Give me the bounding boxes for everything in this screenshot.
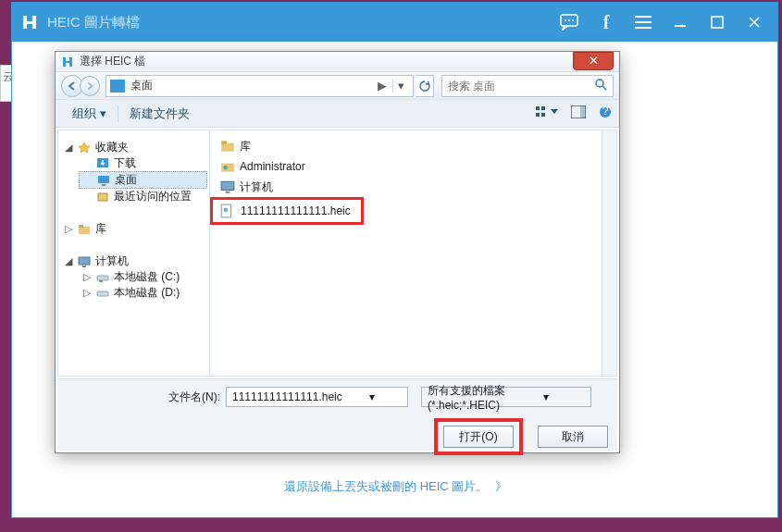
chevron-down-icon: ▾ xyxy=(100,106,106,120)
dialog-app-icon xyxy=(61,56,74,68)
app-logo-icon xyxy=(19,12,40,32)
desktop-icon xyxy=(96,173,111,188)
svg-rect-23 xyxy=(99,280,103,282)
restore-link[interactable]: 還原設備上丟失或被刪的 HEIC 圖片。 》 xyxy=(12,478,777,495)
tree-label: 下载 xyxy=(114,155,136,171)
app-titlebar: HEIC 圖片轉檔 f xyxy=(12,3,777,42)
open-button[interactable]: 打开(O) xyxy=(443,426,514,448)
breadcrumb[interactable]: 桌面 ▶ ▾ xyxy=(106,75,414,97)
feedback-icon[interactable] xyxy=(559,12,579,32)
collapse-icon: ◢ xyxy=(64,255,73,267)
svg-rect-30 xyxy=(226,192,230,193)
svg-rect-20 xyxy=(79,257,90,265)
tree-label: 最近访问的位置 xyxy=(114,189,192,204)
svg-rect-11 xyxy=(580,105,586,118)
search-input[interactable] xyxy=(448,80,594,93)
search-box[interactable] xyxy=(441,75,614,97)
folder-tree: ◢ 收藏夹 ▸下载 ▸桌面 ▸最近访问的位置 ▷库 ◢计算机 xyxy=(58,130,210,376)
tree-label: 收藏夹 xyxy=(95,140,129,155)
tree-desktop[interactable]: ▸桌面 xyxy=(79,171,207,189)
dialog-close-button[interactable]: ✕ xyxy=(573,52,614,70)
svg-text:?: ? xyxy=(602,105,608,118)
breadcrumb-dropdown[interactable]: ▾ xyxy=(392,79,409,93)
app-actions: f xyxy=(559,12,764,32)
selected-file-highlight: 11111111111111.heic xyxy=(210,197,364,225)
tree-label: 库 xyxy=(95,221,106,237)
chevron-down-icon[interactable]: ▾ xyxy=(342,390,402,403)
svg-rect-26 xyxy=(221,141,227,143)
tree-computer[interactable]: ◢计算机 xyxy=(60,254,207,269)
preview-pane-button[interactable] xyxy=(571,105,586,121)
chevron-right-icon: 》 xyxy=(495,479,505,493)
file-item-computer[interactable]: 计算机 xyxy=(216,177,611,197)
library-icon xyxy=(219,138,236,155)
drive-icon xyxy=(95,286,110,301)
svg-rect-16 xyxy=(102,184,106,186)
facebook-icon[interactable]: f xyxy=(596,12,616,32)
file-dialog: 選擇 HEIC 檔 ✕ 桌面 ▶ ▾ 组织 ▾ 新建文件夹 ? xyxy=(55,51,620,453)
dialog-nav: 桌面 ▶ ▾ xyxy=(56,72,619,100)
filename-label: 文件名(N): xyxy=(168,390,220,405)
heic-file-icon xyxy=(218,203,235,219)
restore-link-text: 還原設備上丟失或被刪的 HEIC 圖片。 xyxy=(284,479,488,493)
tree-label: 计算机 xyxy=(95,254,129,269)
file-item-libraries[interactable]: 库 xyxy=(216,136,611,156)
organize-label: 组织 xyxy=(72,105,96,122)
svg-rect-29 xyxy=(221,181,234,190)
library-icon xyxy=(77,222,92,237)
file-item-admin[interactable]: Administrator xyxy=(216,156,611,177)
scrollbar[interactable] xyxy=(602,130,616,376)
dialog-title: 選擇 HEIC 檔 xyxy=(80,54,573,69)
separator xyxy=(118,105,118,122)
expand-icon: ▷ xyxy=(82,271,92,283)
file-label: 计算机 xyxy=(240,179,273,195)
user-folder-icon xyxy=(219,158,236,175)
svg-rect-19 xyxy=(79,225,83,228)
app-title: HEIC 圖片轉檔 xyxy=(47,14,559,31)
filetype-filter[interactable]: 所有支援的檔案(*.heic;*.HEIC) ▾ xyxy=(421,387,591,407)
new-folder-button[interactable]: 新建文件夹 xyxy=(120,105,199,122)
chevron-down-icon: ▾ xyxy=(506,390,585,403)
svg-rect-17 xyxy=(98,193,107,201)
expand-icon: ▷ xyxy=(82,287,92,299)
tree-label: 桌面 xyxy=(115,172,137,188)
svg-point-3 xyxy=(572,19,574,21)
svg-point-1 xyxy=(565,19,566,21)
cancel-button[interactable]: 取消 xyxy=(538,426,608,448)
tree-libraries[interactable]: ▷库 xyxy=(60,221,207,237)
selected-file-name[interactable]: 11111111111111.heic xyxy=(241,204,351,217)
tree-recent[interactable]: ▸最近访问的位置 xyxy=(79,189,207,204)
svg-rect-8 xyxy=(541,106,545,110)
breadcrumb-text: 桌面 xyxy=(130,78,372,93)
tree-drive-d[interactable]: ▷本地磁盘 (D:) xyxy=(79,285,207,301)
svg-point-33 xyxy=(224,208,229,213)
svg-rect-4 xyxy=(712,17,723,28)
svg-point-5 xyxy=(596,80,603,87)
maximize-icon[interactable] xyxy=(707,12,727,32)
organize-button[interactable]: 组织 ▾ xyxy=(63,105,116,122)
recent-icon xyxy=(95,190,110,204)
expand-icon: ▷ xyxy=(64,223,73,235)
minimize-icon[interactable] xyxy=(670,12,690,32)
refresh-button[interactable] xyxy=(416,75,434,97)
svg-rect-22 xyxy=(97,276,108,280)
open-button-highlight: 打开(O) xyxy=(434,418,523,455)
tree-downloads[interactable]: ▸下载 xyxy=(79,155,207,171)
file-list: 库 Administrator 计算机 网络 11111111111111.he… xyxy=(210,130,616,376)
svg-rect-6 xyxy=(536,106,540,110)
tree-drive-c[interactable]: ▷本地磁盘 (C:) xyxy=(79,269,207,285)
close-icon[interactable] xyxy=(744,12,764,32)
tree-label: 本地磁盘 (C:) xyxy=(114,269,180,285)
svg-rect-9 xyxy=(541,113,545,117)
nav-forward-button[interactable] xyxy=(80,76,100,96)
tree-favorites[interactable]: ◢ 收藏夹 xyxy=(60,140,207,155)
help-button[interactable]: ? xyxy=(599,105,612,121)
dialog-titlebar: 選擇 HEIC 檔 ✕ xyxy=(56,52,619,72)
chevron-right-icon: ▶ xyxy=(372,79,392,93)
view-options-button[interactable] xyxy=(536,105,558,121)
filename-input[interactable]: 11111111111111.heic ▾ xyxy=(226,387,408,407)
download-icon xyxy=(95,156,110,171)
file-label: Administrator xyxy=(240,160,305,173)
menu-icon[interactable] xyxy=(633,12,653,32)
svg-rect-7 xyxy=(536,113,540,117)
